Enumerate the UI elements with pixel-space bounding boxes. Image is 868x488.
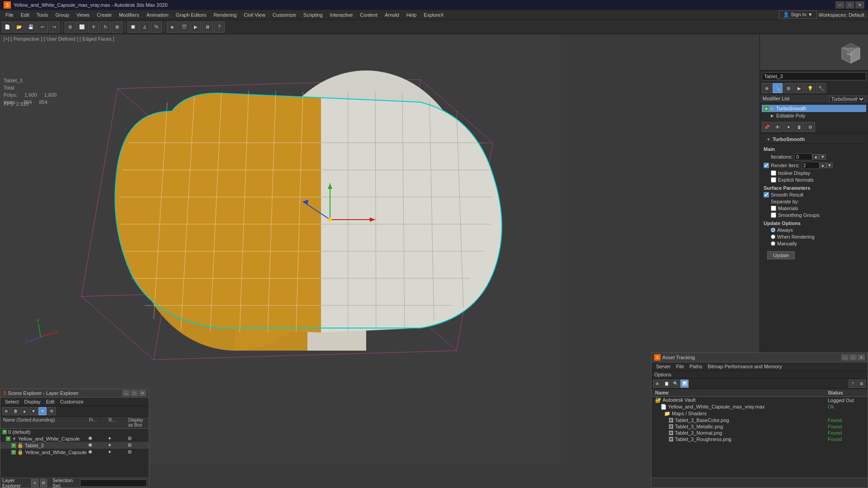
asset-expand[interactable]: ⊞ (858, 380, 866, 388)
iterations-input[interactable] (794, 153, 812, 160)
menu-civil-view[interactable]: Civil View (240, 11, 269, 19)
when-rendering-radio[interactable] (771, 235, 775, 239)
modifier-list-dropdown[interactable]: TurboSmooth (829, 96, 865, 103)
materials-checkbox[interactable] (771, 206, 776, 211)
iterations-down[interactable]: ▼ (819, 154, 826, 160)
menu-tools[interactable]: Tools (33, 11, 52, 19)
eye-icon[interactable]: ● (6, 436, 10, 441)
signin-button[interactable]: 👤 Sign In ▼ (779, 10, 816, 19)
pin-modifier-btn[interactable]: 📌 (762, 122, 772, 132)
motion-tab[interactable]: ▶ (794, 83, 804, 93)
render-btn[interactable]: ▶ (190, 22, 201, 33)
isoline-checkbox[interactable] (771, 170, 776, 176)
render-iters-up[interactable]: ▲ (820, 163, 826, 168)
select-set-input[interactable] (80, 479, 147, 487)
asset-paths[interactable]: Paths (687, 363, 705, 370)
menu-interactive[interactable]: Interactive (326, 11, 357, 19)
modifier-turbosmooth[interactable]: ● ▶ TurboSmooth (762, 105, 866, 112)
render-iters-down[interactable]: ▼ (826, 163, 833, 168)
explorer-new-layer[interactable]: ⊕ (2, 407, 10, 415)
utilities-tab[interactable]: 🔨 (816, 83, 826, 93)
new-btn[interactable]: 📄 (2, 22, 13, 33)
smooth-result-checkbox[interactable] (764, 192, 769, 197)
asset-server[interactable]: Server (653, 363, 673, 370)
select-region-btn[interactable]: ⬜ (76, 22, 87, 33)
display-tab[interactable]: 💡 (805, 83, 815, 93)
undo-btn[interactable]: ↩ (37, 22, 48, 33)
minimize-button[interactable]: — (835, 1, 844, 9)
maximize-button[interactable]: □ (845, 1, 854, 9)
orientation-cube[interactable]: Top (837, 39, 864, 66)
menu-explorex[interactable]: ExploreX (420, 11, 448, 19)
eye-icon[interactable]: ● (2, 430, 7, 434)
layer-row-tablet3[interactable]: ● 🔒 Tablet_3 ✱ ✦ ⚙ (0, 442, 149, 449)
angle-snap-btn[interactable]: ∠ (139, 22, 150, 33)
remove-modifier-btn[interactable]: 🗑 (794, 122, 804, 132)
asset-btn3[interactable]: 🔍 (671, 380, 679, 388)
asset-row-vault[interactable]: 🔐 Autodesk Vault Logged Out (651, 397, 868, 404)
rotate-btn[interactable]: ↻ (100, 22, 111, 33)
explorer-edit[interactable]: Edit (43, 399, 57, 405)
always-radio[interactable] (771, 228, 775, 232)
manually-radio[interactable] (771, 241, 775, 246)
menu-views[interactable]: Views (73, 11, 93, 19)
scene-explorer-close[interactable]: ✕ (139, 390, 146, 396)
scale-btn[interactable]: ⊠ (112, 22, 123, 33)
menu-edit[interactable]: Edit (17, 11, 33, 19)
asset-row-maps[interactable]: 📁 Maps / Shaders (651, 410, 868, 417)
asset-row-normal[interactable]: 🖼 Tablet_3_Normal.png Found (651, 430, 868, 436)
menu-animation[interactable]: Animation (143, 11, 172, 19)
asset-btn2[interactable]: 📋 (662, 380, 670, 388)
asset-help[interactable]: ? (849, 380, 857, 388)
explorer-options[interactable]: ⚙ (47, 407, 56, 415)
render-iters-input[interactable] (802, 162, 820, 169)
close-button[interactable]: ✕ (855, 1, 864, 9)
show-result-btn[interactable]: 👁 (773, 122, 783, 132)
asset-btn4[interactable]: 📊 (680, 380, 689, 388)
object-name-field[interactable] (762, 72, 866, 80)
menu-arnold[interactable]: Arnold (381, 11, 403, 19)
render-iters-checkbox[interactable] (764, 163, 769, 168)
menu-customize[interactable]: Customize (269, 11, 300, 19)
move-btn[interactable]: ✛ (88, 22, 99, 33)
menu-group[interactable]: Group (52, 11, 73, 19)
menu-create[interactable]: Create (93, 11, 115, 19)
asset-bitmap-perf[interactable]: Bitmap Performance and Memory (705, 363, 784, 370)
asset-row-roughness[interactable]: 🖼 Tablet_3_Roughness.png Found (651, 436, 868, 442)
render-frame-btn[interactable]: 🖥 (202, 22, 213, 33)
asset-row-main-file[interactable]: 📄 Yellow_and_White_Capsule_max_vray.max … (651, 404, 868, 410)
scene-explorer-minimize[interactable]: — (123, 390, 130, 396)
menu-scripting[interactable]: Scripting (300, 11, 326, 19)
asset-close[interactable]: ✕ (858, 354, 865, 361)
asset-row-basecolor[interactable]: 🖼 Tablet_3_BaseColor.png Found (651, 417, 868, 423)
menu-graph-editors[interactable]: Graph Editors (172, 11, 210, 19)
snap-btn[interactable]: 🔲 (127, 22, 138, 33)
asset-btn1[interactable]: ⊕ (653, 380, 661, 388)
configure-modifier-btn[interactable]: ⚙ (805, 122, 815, 132)
create-tab[interactable]: ⊕ (762, 83, 772, 93)
asset-row-metallic[interactable]: 🖼 Tablet_3_Metallic.png Found (651, 423, 868, 430)
material-editor-btn[interactable]: ◈ (167, 22, 178, 33)
menu-file[interactable]: File (2, 11, 17, 19)
layer-row-default[interactable]: ● 0 (default) (0, 429, 149, 435)
explorer-move-up[interactable]: ▲ (20, 407, 28, 415)
explorer-config-btn[interactable]: ⚙ (40, 479, 47, 487)
redo-btn[interactable]: ↪ (49, 22, 60, 33)
scene-explorer-maximize[interactable]: □ (131, 390, 138, 396)
modify-tab[interactable]: 🔧 (773, 83, 783, 93)
asset-maximize[interactable]: □ (849, 354, 857, 361)
iterations-up[interactable]: ▲ (812, 154, 819, 160)
layer-row-capsule-child[interactable]: ● 🔒 Yellow_and_White_Capsule ✱ ✦ ⚙ (0, 449, 149, 455)
explorer-select[interactable]: Select (2, 399, 22, 405)
explorer-display[interactable]: Display (22, 399, 43, 405)
menu-modifiers[interactable]: Modifiers (115, 11, 143, 19)
menu-rendering[interactable]: Rendering (210, 11, 241, 19)
update-button[interactable]: Update (767, 251, 795, 259)
explicit-normals-checkbox[interactable] (771, 177, 776, 183)
make-unique-btn[interactable]: ✦ (783, 122, 793, 132)
explorer-view-btn[interactable]: ≡ (31, 479, 38, 487)
explorer-filter[interactable]: ▼ (38, 407, 47, 415)
render-setup-btn[interactable]: 🎬 (179, 22, 189, 33)
save-btn[interactable]: 💾 (25, 22, 36, 33)
layer-row-capsule-parent[interactable]: ● ▼ Yellow_and_White_Capsule ✱ ✦ ⚙ (0, 435, 149, 442)
